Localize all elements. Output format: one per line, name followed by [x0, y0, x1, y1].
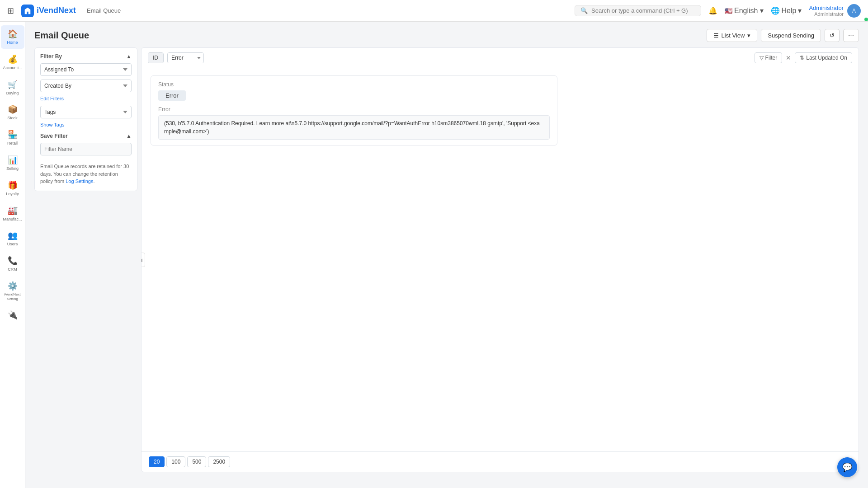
page-title: Email Queue [34, 30, 89, 41]
filter-collapse-icon[interactable]: ▲ [126, 53, 132, 60]
language-selector[interactable]: 🇺🇸 English ▾ [725, 6, 763, 15]
list-view-chevron-icon: ▾ [747, 32, 750, 39]
sidebar-ivendnext-setting-label: iVendNext Setting [3, 292, 23, 301]
loyalty-icon: 🎁 [8, 180, 18, 190]
stock-icon: 📦 [8, 104, 18, 114]
sidebar-selling-label: Selling [6, 166, 19, 171]
sidebar-manufacturing-label: Manufac... [3, 217, 22, 222]
refresh-button[interactable]: ↺ [825, 29, 840, 42]
sort-label: Last Updated On [806, 55, 847, 61]
edit-filters-link[interactable]: Edit Filters [40, 96, 132, 101]
filter-name-input[interactable] [40, 143, 132, 155]
retention-note: Email Queue records are retained for 30 … [40, 163, 132, 185]
search-box[interactable]: 🔍 [575, 5, 701, 16]
retail-icon: 🏪 [8, 130, 18, 140]
help-button[interactable]: 🌐 Help ▾ [771, 6, 802, 15]
status-filter-select[interactable]: Error Sent Not Sent Sending [168, 53, 203, 63]
sidebar-item-ivendnext-setting[interactable]: ⚙️ iVendNext Setting [1, 277, 24, 305]
user-menu[interactable]: Administrator Administrator A [809, 4, 861, 18]
assigned-to-filter[interactable]: Assigned To [40, 63, 132, 76]
record-card: Status Error Error (530, b'5.7.0 Authent… [151, 75, 557, 145]
id-field-label: ID [148, 53, 163, 63]
status-filter-tag[interactable]: Error Sent Not Sent Sending [167, 52, 204, 63]
id-filter-tag: ID [148, 52, 164, 63]
sidebar-item-home[interactable]: 🏠 Home [1, 25, 24, 49]
sort-button[interactable]: ⇅ Last Updated On [795, 52, 852, 63]
sidebar-stock-label: Stock [7, 116, 18, 121]
sidebar-item-users[interactable]: 👥 Users [1, 227, 24, 250]
filter-button[interactable]: ▽ Filter [755, 52, 783, 63]
page-size-500-button[interactable]: 500 [187, 456, 206, 467]
page-header: Email Queue ☰ List View ▾ Suspend Sendin… [34, 29, 859, 42]
more-options-button[interactable]: ⋯ [843, 29, 859, 42]
save-filter-collapse-icon[interactable]: ▲ [126, 133, 132, 139]
navbar-page-title: Email Queue [87, 7, 121, 14]
sidebar-item-crm[interactable]: 📞 CRM [1, 252, 24, 276]
accounting-icon: 💰 [8, 54, 18, 64]
header-actions: ☰ List View ▾ Suspend Sending ↺ ⋯ [707, 29, 859, 42]
list-area: ◀ ID Error Sent Not Sent Sending ▽ [141, 47, 859, 472]
panel-collapse-button[interactable]: ◀ [141, 253, 145, 267]
tags-filter[interactable]: Tags [40, 106, 132, 118]
page-size-20-button[interactable]: 20 [149, 456, 165, 467]
help-icon: 🌐 [771, 6, 780, 15]
flag-icon: 🇺🇸 [725, 7, 732, 14]
notification-icon[interactable]: 🔔 [708, 6, 717, 15]
sidebar-item-accounting[interactable]: 💰 Accounti... [1, 51, 24, 74]
logo-icon [21, 5, 34, 17]
suspend-sending-label: Suspend Sending [768, 32, 814, 39]
manufacturing-icon: 🏭 [8, 206, 18, 216]
sidebar-item-buying[interactable]: 🛒 Buying [1, 76, 24, 99]
list-filter-bar: ID Error Sent Not Sent Sending ▽ Filter [142, 48, 859, 68]
filter-panel: Filter By ▲ Assigned To Created By Edit … [34, 47, 137, 191]
created-by-filter[interactable]: Created By [40, 80, 132, 92]
status-badge: Error [158, 90, 186, 101]
more-options-icon: ⋯ [848, 32, 854, 39]
apps-icon[interactable]: ⊞ [7, 6, 14, 16]
main-content: Email Queue ☰ List View ▾ Suspend Sendin… [25, 22, 868, 488]
error-section-label: Error [158, 106, 550, 113]
list-filter-actions: ▽ Filter ✕ ⇅ Last Updated On [755, 52, 852, 63]
help-label: Help [782, 7, 797, 15]
logo[interactable]: iVendNext [21, 5, 76, 17]
sort-icon: ⇅ [800, 55, 804, 61]
filter-label: Filter [765, 55, 778, 61]
page-size-100-button[interactable]: 100 [166, 456, 185, 467]
search-input[interactable] [591, 7, 695, 14]
users-icon: 👥 [8, 230, 18, 240]
plugin-icon: 🔌 [8, 310, 18, 320]
refresh-icon: ↺ [830, 32, 835, 39]
user-role: Administrator [809, 11, 844, 17]
show-tags-link[interactable]: Show Tags [40, 122, 132, 127]
sidebar-item-retail[interactable]: 🏪 Retail [1, 126, 24, 150]
content-area: Filter By ▲ Assigned To Created By Edit … [34, 47, 859, 472]
sidebar-item-selling[interactable]: 📊 Selling [1, 151, 24, 175]
chat-button[interactable]: 💬 [837, 457, 857, 477]
list-view-icon: ☰ [713, 32, 719, 39]
chat-icon: 💬 [842, 462, 852, 472]
page-size-2500-button[interactable]: 2500 [208, 456, 230, 467]
sidebar-buying-label: Buying [6, 91, 19, 96]
buying-icon: 🛒 [8, 80, 18, 89]
list-content: Status Error Error (530, b'5.7.0 Authent… [142, 68, 859, 451]
filter-clear-button[interactable]: ✕ [785, 53, 792, 62]
search-icon: 🔍 [580, 7, 588, 14]
close-icon: ✕ [786, 54, 791, 61]
list-view-button[interactable]: ☰ List View ▾ [707, 29, 758, 42]
sidebar-item-stock[interactable]: 📦 Stock [1, 101, 24, 124]
suspend-sending-button[interactable]: Suspend Sending [761, 29, 821, 42]
sidebar-retail-label: Retail [7, 141, 18, 146]
language-chevron-icon: ▾ [760, 6, 764, 15]
sidebar: 🏠 Home 💰 Accounti... 🛒 Buying 📦 Stock 🏪 … [0, 22, 25, 488]
sidebar-item-manufacturing[interactable]: 🏭 Manufac... [1, 202, 24, 225]
filter-by-section: Filter By ▲ Assigned To Created By Edit … [40, 53, 132, 127]
log-settings-link[interactable]: Log Settings [66, 178, 93, 184]
save-filter-title: Save Filter [40, 133, 68, 139]
sidebar-accounting-label: Accounti... [3, 66, 22, 70]
filter-by-header: Filter By ▲ [40, 53, 132, 60]
crm-icon: 📞 [8, 256, 18, 266]
save-filter-section: Save Filter ▲ [40, 133, 132, 155]
sidebar-item-plugin[interactable]: 🔌 [1, 306, 24, 325]
sidebar-item-loyalty[interactable]: 🎁 Loyalty [1, 177, 24, 200]
language-label: English [734, 7, 758, 15]
